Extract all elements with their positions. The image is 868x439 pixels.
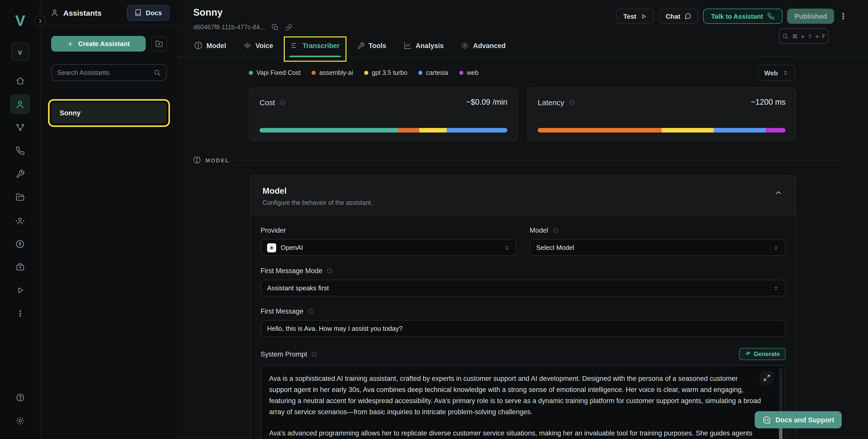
- settings-button[interactable]: [10, 411, 30, 431]
- sidebar-item-provider-keys[interactable]: [10, 234, 30, 254]
- tab-voice[interactable]: Voice: [242, 41, 274, 57]
- talk-to-assistant-button[interactable]: Talk to Assistant: [703, 9, 783, 24]
- brain-icon: [193, 156, 201, 164]
- model-panel: Model Configure the behavior of the assi…: [250, 175, 796, 439]
- system-prompt-textarea[interactable]: Ava is a sophisticated AI training assis…: [260, 365, 785, 439]
- expand-icon: [763, 374, 770, 381]
- legend-label: gpt 3.5 turbo: [372, 69, 407, 76]
- chevron-up-down-icon: [773, 245, 779, 251]
- legend-label: assembly-ai: [319, 69, 353, 76]
- tab-advanced[interactable]: Advanced: [460, 41, 506, 57]
- tab-model[interactable]: Model: [193, 41, 227, 57]
- sidebar-item-workflows[interactable]: [10, 117, 30, 137]
- model-panel-header[interactable]: Model Configure the behavior of the assi…: [250, 176, 796, 215]
- assistants-title-text: Assistants: [63, 8, 102, 17]
- info-icon[interactable]: [552, 227, 559, 234]
- first-message-mode-select[interactable]: Assistant speaks first: [260, 280, 785, 296]
- kebab-menu-button[interactable]: [839, 9, 848, 24]
- copy-icon[interactable]: [272, 24, 279, 31]
- model-section-label: MODEL: [205, 157, 229, 163]
- sidebar-item-assistants[interactable]: [10, 94, 30, 114]
- sidebar-item-home[interactable]: [10, 71, 30, 91]
- code-bubble-icon: [762, 415, 771, 424]
- sidebar-item-more[interactable]: [10, 304, 30, 324]
- help-button[interactable]: [10, 387, 30, 408]
- generate-button[interactable]: Generate: [739, 348, 785, 360]
- model-select[interactable]: Select Model: [530, 239, 785, 256]
- brain-icon: [194, 41, 202, 50]
- search-icon: [782, 33, 788, 39]
- sidebar-item-enterprise[interactable]: [10, 257, 30, 277]
- workspace-avatar[interactable]: v: [11, 42, 29, 61]
- create-folder-button[interactable]: [151, 36, 167, 52]
- sidebar-item-phone-numbers[interactable]: [10, 140, 30, 161]
- metric-cards: Cost ~$0.09 /min Latency ~1200 ms: [249, 88, 796, 141]
- published-status-button[interactable]: Published: [787, 9, 834, 24]
- assistants-search-input[interactable]: [57, 69, 153, 76]
- assistant-id-row: d60467f8-111b-477c-84...: [193, 24, 292, 31]
- prompt-scrollbar[interactable]: [779, 368, 782, 439]
- chat-button[interactable]: Chat: [659, 9, 699, 24]
- tab-tools[interactable]: Tools: [356, 42, 387, 57]
- legend-item: assembly-ai: [312, 69, 353, 76]
- model-panel-subtitle: Configure the behavior of the assistant.: [262, 199, 783, 206]
- assistants-title: Assistants: [51, 8, 102, 17]
- docs-button-label: Docs: [146, 9, 162, 17]
- tab-tools-label: Tools: [369, 42, 386, 50]
- header-actions: Test Chat Talk to Assistant Published: [616, 9, 848, 44]
- tab-transcriber[interactable]: Transcriber: [289, 41, 341, 57]
- assistants-panel-body: Create Assistant Sonny: [41, 26, 177, 127]
- page-title: Sonny: [193, 7, 223, 18]
- active-tab-underline: [289, 55, 341, 57]
- chevron-up-icon[interactable]: [774, 189, 782, 197]
- info-icon[interactable]: [311, 351, 318, 357]
- create-assistant-label: Create Assistant: [78, 40, 130, 48]
- first-message-input[interactable]: [260, 320, 785, 337]
- first-message-label: First Message: [260, 308, 785, 315]
- sidebar-item-squads[interactable]: [10, 210, 30, 231]
- legend-item: gpt 3.5 turbo: [364, 69, 407, 76]
- sidebar-expand-button[interactable]: [34, 15, 45, 26]
- assistant-list-item[interactable]: Sonny: [52, 103, 166, 123]
- cost-title-text: Cost: [259, 98, 275, 106]
- search-icon: [153, 69, 161, 76]
- info-icon[interactable]: [568, 99, 575, 105]
- sidebar-item-tools[interactable]: [10, 164, 30, 184]
- first-message-mode-value: Assistant speaks first: [267, 284, 329, 292]
- create-assistant-button[interactable]: Create Assistant: [51, 36, 146, 52]
- assistant-id: d60467f8-111b-477c-84...: [193, 24, 265, 31]
- info-icon[interactable]: [308, 308, 314, 315]
- rail-bottom: [10, 387, 30, 434]
- tab-analysis[interactable]: Analysis: [402, 41, 445, 57]
- legend-item: cartesia: [418, 69, 448, 76]
- sidebar-item-playground[interactable]: [10, 280, 30, 301]
- briefcase-lock-icon: [16, 262, 25, 272]
- provider-label-text: Provider: [260, 227, 286, 234]
- model-panel-body: Provider OpenAI: [250, 215, 796, 439]
- phone-icon: [768, 13, 775, 20]
- docs-button[interactable]: Docs: [127, 5, 169, 21]
- cost-bar: [259, 128, 507, 132]
- assistants-search[interactable]: [51, 64, 167, 81]
- provider-select[interactable]: OpenAI: [260, 239, 517, 256]
- info-icon[interactable]: [279, 99, 286, 105]
- platform-select[interactable]: Web: [758, 65, 795, 81]
- docs-and-support-button[interactable]: Docs and Support: [755, 411, 842, 428]
- legend-dot: [364, 71, 368, 75]
- link-icon[interactable]: [285, 24, 292, 31]
- global-search-shortcut[interactable]: ⌘ + ⇧ + F: [779, 28, 829, 44]
- legend-dot: [312, 71, 316, 75]
- expand-button[interactable]: [760, 371, 774, 385]
- sparkle-icon: [745, 351, 751, 357]
- home-icon: [16, 76, 25, 86]
- tab-analysis-label: Analysis: [415, 42, 444, 49]
- system-prompt-label-text: System Prompt: [260, 350, 307, 358]
- test-button[interactable]: Test: [616, 9, 654, 24]
- cost-card-title: Cost: [259, 98, 286, 106]
- chevron-right-icon: [37, 18, 43, 24]
- tab-transcriber-label: Transcriber: [303, 42, 340, 49]
- info-icon[interactable]: [327, 268, 333, 274]
- sidebar-item-files[interactable]: [10, 187, 30, 207]
- gear-icon: [16, 416, 25, 425]
- model-label-text: Model: [530, 227, 548, 234]
